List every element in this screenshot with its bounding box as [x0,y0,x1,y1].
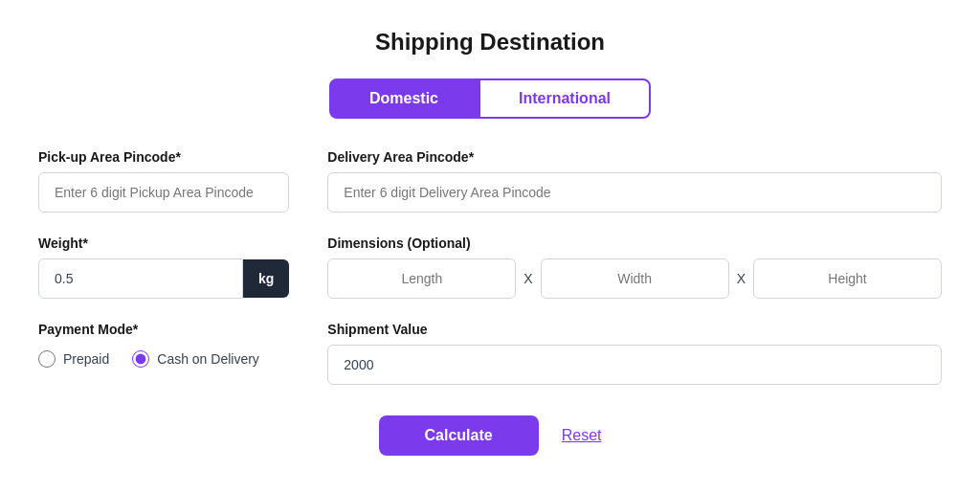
calculate-button[interactable]: Calculate [379,415,539,456]
cod-radio[interactable] [132,350,149,368]
radio-group: Prepaid Cash on Delivery [38,350,289,368]
weight-wrapper: kg [38,258,289,299]
length-width-separator: X [523,271,532,286]
pickup-pincode-group: Pick-up Area Pincode* [38,149,289,213]
pickup-pincode-label: Pick-up Area Pincode* [38,149,289,165]
delivery-pincode-group: Delivery Area Pincode* [327,149,942,213]
page-title: Shipping Destination [38,29,942,56]
tab-domestic[interactable]: Domestic [329,78,479,119]
delivery-pincode-input[interactable] [327,172,942,213]
weight-unit: kg [243,259,289,298]
shipment-value-group: Shipment Value [327,322,942,385]
action-row: Calculate Reset [38,415,942,456]
payment-mode-group: Payment Mode* Prepaid Cash on Delivery [38,322,289,385]
dimensions-wrapper: X X [327,258,942,299]
tab-group: Domestic International [38,78,942,119]
cod-label-text: Cash on Delivery [157,351,259,367]
payment-mode-label: Payment Mode* [38,322,289,337]
height-input[interactable] [753,258,942,299]
weight-input[interactable] [38,258,243,299]
width-height-separator: X [737,271,746,286]
delivery-pincode-label: Delivery Area Pincode* [327,149,942,165]
shipment-value-input[interactable] [327,345,942,385]
shipment-value-label: Shipment Value [327,322,942,337]
tab-international[interactable]: International [479,78,651,119]
weight-group: Weight* kg [38,235,289,299]
prepaid-label-text: Prepaid [63,351,109,367]
prepaid-radio-label[interactable]: Prepaid [38,350,109,368]
length-input[interactable] [327,258,516,299]
form-grid: Pick-up Area Pincode* Delivery Area Pinc… [38,149,942,385]
cod-radio-label[interactable]: Cash on Delivery [132,350,259,368]
pickup-pincode-input[interactable] [38,172,289,213]
reset-button[interactable]: Reset [562,427,602,444]
dimensions-group: Dimensions (Optional) X X [327,235,942,299]
dimensions-label: Dimensions (Optional) [327,235,942,251]
prepaid-radio[interactable] [38,350,56,368]
shipping-destination-page: Shipping Destination Domestic Internatio… [0,0,980,493]
weight-label: Weight* [38,235,289,251]
width-input[interactable] [541,258,729,299]
